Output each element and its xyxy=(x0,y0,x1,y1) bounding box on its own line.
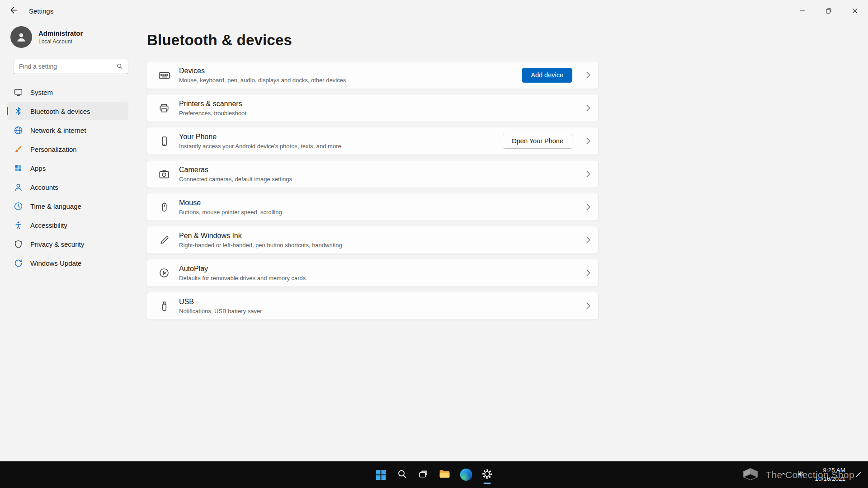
card-title: USB xyxy=(179,298,585,306)
window-controls xyxy=(789,0,868,22)
gear-icon xyxy=(481,468,493,481)
clock-icon xyxy=(13,201,23,211)
windows-logo-icon xyxy=(376,470,386,480)
sidebar-item-personalization[interactable]: Personalization xyxy=(7,140,128,158)
back-arrow-icon xyxy=(10,6,18,15)
card-pen-windows-ink[interactable]: Pen & Windows Ink Right-handed or left-h… xyxy=(146,226,599,254)
sidebar-item-system[interactable]: System xyxy=(7,83,128,101)
bluetooth-icon xyxy=(13,106,23,116)
taskbar: 9:25 AM 10/16/2021 xyxy=(0,461,868,488)
tray-date: 10/16/2021 xyxy=(815,475,845,483)
shield-icon xyxy=(13,239,23,249)
sidebar-item-label: Bluetooth & devices xyxy=(30,108,90,115)
card-subtitle: Connected cameras, default image setting… xyxy=(179,176,585,183)
chevron-right-icon xyxy=(585,268,591,278)
card-subtitle: Right-handed or left-handed, pen button … xyxy=(179,242,585,249)
window-title: Settings xyxy=(29,7,53,15)
volume-button[interactable] xyxy=(795,466,807,484)
task-view-button[interactable] xyxy=(414,465,433,485)
sidebar-item-accounts[interactable]: Accounts xyxy=(7,178,128,196)
chevron-right-icon xyxy=(585,169,591,179)
sidebar-item-label: Accessibility xyxy=(30,221,67,229)
stylus-icon xyxy=(855,470,863,479)
sidebar-item-network-internet[interactable]: Network & internet xyxy=(7,121,128,139)
main-content: Bluetooth & devices Devices Mouse, keybo… xyxy=(146,22,599,325)
card-subtitle: Mouse, keyboard, pen, audio, displays an… xyxy=(179,77,522,84)
card-devices[interactable]: Devices Mouse, keyboard, pen, audio, dis… xyxy=(146,61,599,89)
sidebar-item-apps[interactable]: Apps xyxy=(7,159,128,177)
taskbar-center-icons xyxy=(372,461,497,488)
card-title: Mouse xyxy=(179,199,585,207)
start-button[interactable] xyxy=(372,465,391,485)
update-arrows-icon xyxy=(13,258,23,268)
settings-search xyxy=(13,59,128,74)
paintbrush-icon xyxy=(13,144,23,154)
phone-icon xyxy=(157,136,171,147)
sidebar-nav: System Bluetooth & devices Network & int… xyxy=(7,83,128,272)
sidebar-item-label: Windows Update xyxy=(30,259,81,267)
pen-button[interactable] xyxy=(853,466,864,484)
settings-sidebar: Administrator Local Account System Bluet… xyxy=(0,22,136,461)
card-title: AutoPlay xyxy=(179,265,585,273)
edge-button[interactable] xyxy=(457,465,476,485)
card-mouse[interactable]: Mouse Buttons, mouse pointer speed, scro… xyxy=(146,193,599,221)
chevron-right-icon xyxy=(585,235,591,245)
card-your-phone[interactable]: Your Phone Instantly access your Android… xyxy=(146,127,599,155)
search-icon xyxy=(397,469,408,481)
restore-icon xyxy=(826,8,831,14)
task-view-icon xyxy=(418,469,429,481)
speaker-icon xyxy=(797,470,805,480)
folder-icon xyxy=(439,468,451,481)
hidden-icons-button[interactable] xyxy=(778,466,789,484)
sidebar-item-label: Time & language xyxy=(30,202,81,210)
user-name: Administrator xyxy=(38,29,83,37)
file-explorer-button[interactable] xyxy=(435,465,454,485)
search-icon xyxy=(116,63,123,71)
usb-icon xyxy=(157,300,171,312)
chevron-right-icon xyxy=(585,301,591,311)
edge-browser-icon xyxy=(460,469,472,481)
minimize-icon xyxy=(800,8,805,14)
avatar xyxy=(10,26,32,48)
card-cameras[interactable]: Cameras Connected cameras, default image… xyxy=(146,160,599,188)
card-title: Devices xyxy=(179,67,522,75)
sidebar-item-bluetooth-devices[interactable]: Bluetooth & devices xyxy=(7,102,128,120)
system-tray: 9:25 AM 10/16/2021 xyxy=(778,461,864,488)
minimize-button[interactable] xyxy=(789,0,816,22)
card-title: Pen & Windows Ink xyxy=(179,232,585,240)
sidebar-item-label: System xyxy=(30,89,53,96)
card-autoplay[interactable]: AutoPlay Defaults for removable drives a… xyxy=(146,259,599,287)
keyboard-icon xyxy=(157,69,171,81)
close-icon xyxy=(852,8,858,14)
printer-icon xyxy=(157,102,171,114)
sidebar-item-time-language[interactable]: Time & language xyxy=(7,197,128,215)
card-subtitle: Preferences, troubleshoot xyxy=(179,110,585,117)
card-title: Your Phone xyxy=(179,133,503,141)
chevron-right-icon xyxy=(585,70,591,80)
sidebar-item-label: Apps xyxy=(30,164,46,172)
chevron-up-icon xyxy=(780,470,787,479)
settings-taskbar-button[interactable] xyxy=(478,465,497,485)
search-input[interactable] xyxy=(13,59,128,74)
card-printers-scanners[interactable]: Printers & scanners Preferences, trouble… xyxy=(146,94,599,122)
add-device-button[interactable]: Add device xyxy=(522,68,572,83)
pen-icon xyxy=(157,235,171,246)
camera-icon xyxy=(157,168,171,180)
user-profile[interactable]: Administrator Local Account xyxy=(7,22,128,57)
card-usb[interactable]: USB Notifications, USB battery saver xyxy=(146,292,599,320)
sidebar-item-label: Privacy & security xyxy=(30,240,84,248)
sidebar-item-label: Accounts xyxy=(30,183,58,191)
taskbar-clock[interactable]: 9:25 AM 10/16/2021 xyxy=(813,465,847,484)
sidebar-item-privacy-security[interactable]: Privacy & security xyxy=(7,235,128,253)
back-button[interactable] xyxy=(4,2,24,19)
restore-button[interactable] xyxy=(816,0,842,22)
apps-grid-icon xyxy=(13,163,23,173)
sidebar-item-windows-update[interactable]: Windows Update xyxy=(7,254,128,272)
close-button[interactable] xyxy=(842,0,868,22)
card-title: Printers & scanners xyxy=(179,100,585,108)
selection-accent-bar xyxy=(7,107,8,115)
autoplay-icon xyxy=(157,267,171,279)
sidebar-item-accessibility[interactable]: Accessibility xyxy=(7,216,128,234)
taskbar-search-button[interactable] xyxy=(393,465,412,485)
open-your-phone-button[interactable]: Open Your Phone xyxy=(503,134,573,149)
